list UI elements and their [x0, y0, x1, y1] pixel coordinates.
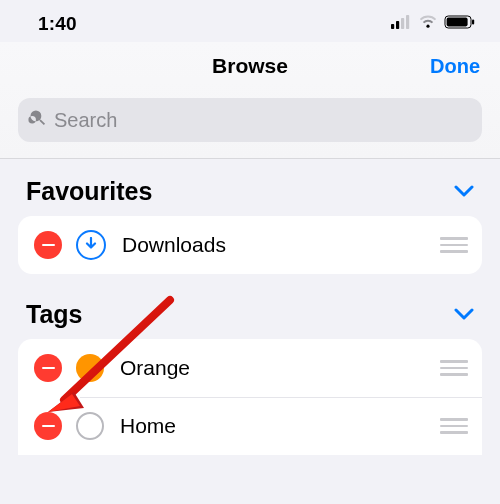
delete-button[interactable] [34, 412, 62, 440]
delete-button[interactable] [34, 354, 62, 382]
cellular-icon [391, 15, 412, 33]
search-wrap [0, 90, 500, 158]
tag-color-dot [76, 354, 104, 382]
download-icon [76, 230, 106, 260]
section-title: Favourites [26, 177, 152, 206]
drag-handle-icon[interactable] [426, 237, 468, 253]
svg-rect-3 [406, 15, 409, 29]
done-button[interactable]: Done [430, 55, 480, 78]
chevron-down-icon [454, 183, 474, 201]
svg-rect-6 [472, 20, 474, 25]
row-label: Home [120, 414, 176, 438]
status-bar: 1:40 [0, 0, 500, 42]
wifi-icon [418, 15, 438, 33]
svg-rect-0 [391, 24, 394, 29]
list-item[interactable]: Orange [18, 339, 482, 397]
drag-handle-icon[interactable] [426, 418, 468, 434]
battery-icon [444, 15, 476, 33]
list-item[interactable]: Downloads [18, 216, 482, 274]
svg-rect-5 [447, 18, 468, 27]
page-title: Browse [212, 54, 288, 78]
row-label: Downloads [122, 233, 226, 257]
search-icon [28, 108, 48, 132]
drag-handle-icon[interactable] [426, 360, 468, 376]
svg-rect-1 [396, 21, 399, 29]
search-input[interactable] [54, 109, 472, 132]
section-header-favourites[interactable]: Favourites [0, 159, 500, 216]
section-header-tags[interactable]: Tags [0, 274, 500, 339]
content: Favourites Downloads Tags [0, 159, 500, 455]
status-time: 1:40 [38, 13, 77, 35]
tags-card: Orange Home [18, 339, 482, 455]
status-icons [391, 15, 476, 33]
row-label: Orange [120, 356, 190, 380]
favourites-card: Downloads [18, 216, 482, 274]
chevron-down-icon [454, 306, 474, 324]
nav-header: Browse Done [0, 42, 500, 90]
section-title: Tags [26, 300, 83, 329]
tag-color-empty [76, 412, 104, 440]
screen: { "status": { "time": "1:40" }, "nav": {… [0, 0, 500, 504]
delete-button[interactable] [34, 231, 62, 259]
list-item[interactable]: Home [18, 397, 482, 455]
svg-rect-2 [401, 18, 404, 29]
nav-header-area: Browse Done [0, 42, 500, 159]
search-field[interactable] [18, 98, 482, 142]
